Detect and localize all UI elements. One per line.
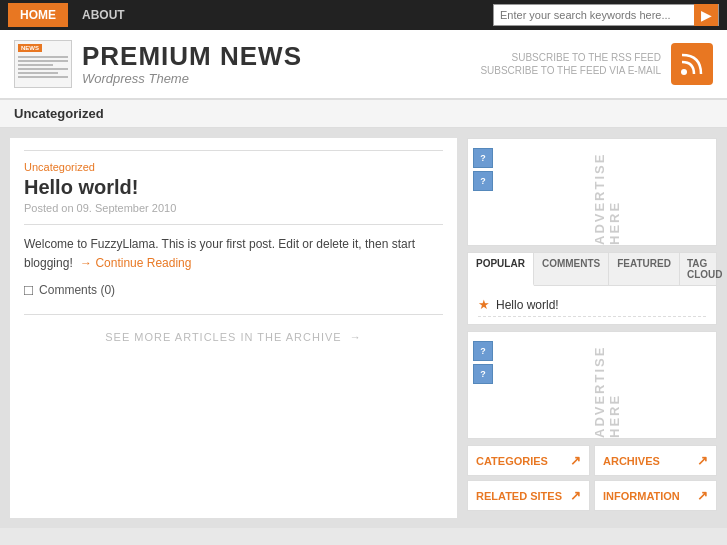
nav-about[interactable]: ABOUT bbox=[70, 3, 137, 27]
section-information: INFORMATION ↗ bbox=[594, 480, 717, 511]
logo-area: NEWS PREMIUM NEWS Wordpress Theme bbox=[14, 40, 302, 88]
main-layout: Uncategorized Hello world! Posted on 09.… bbox=[0, 128, 727, 528]
nav-home[interactable]: HOME bbox=[8, 3, 68, 27]
search-input[interactable] bbox=[494, 7, 694, 23]
archives-title[interactable]: ARCHIVES ↗ bbox=[603, 453, 708, 468]
ad-icon-1: ? bbox=[473, 148, 493, 168]
ad-icons-1: ? ? bbox=[468, 143, 498, 196]
comments-line: □ Comments (0) bbox=[24, 281, 443, 298]
sidebar-ad-1: ? ? ADVERTISE HERE bbox=[467, 138, 717, 246]
star-icon: ★ bbox=[478, 297, 490, 312]
header: NEWS PREMIUM NEWS Wordpress Theme SUBSCR… bbox=[0, 30, 727, 100]
related-title[interactable]: RELATED SITES ↗ bbox=[476, 488, 581, 503]
tab-headers: POPULAR COMMENTS FEATURED TAG CLOUD bbox=[468, 253, 716, 286]
logo-subtitle: Wordpress Theme bbox=[82, 71, 302, 86]
sidebar: ? ? ADVERTISE HERE POPULAR COMMENTS FEAT… bbox=[467, 138, 717, 518]
article-divider bbox=[24, 224, 443, 225]
continue-reading-link[interactable]: → Continue Reading bbox=[80, 256, 191, 270]
categories-title[interactable]: CATEGORIES ↗ bbox=[476, 453, 581, 468]
tab-popular[interactable]: POPULAR bbox=[468, 253, 534, 286]
ad-icon-2: ? bbox=[473, 171, 493, 191]
top-divider bbox=[24, 150, 443, 151]
tab-comments[interactable]: COMMENTS bbox=[534, 253, 609, 285]
ad-icon-4: ? bbox=[473, 364, 493, 384]
content-area: Uncategorized Hello world! Posted on 09.… bbox=[10, 138, 457, 518]
article-title: Hello world! bbox=[24, 176, 443, 199]
ad-text-2: ADVERTISE HERE bbox=[592, 332, 622, 438]
article-meta: Posted on 09. September 2010 bbox=[24, 202, 443, 214]
sidebar-ad-2: ? ? ADVERTISE HERE bbox=[467, 331, 717, 439]
archive-arrow: → bbox=[350, 331, 362, 343]
search-button[interactable]: ▶ bbox=[694, 4, 718, 26]
search-form: ▶ bbox=[493, 4, 719, 26]
archives-arrow: ↗ bbox=[697, 453, 708, 468]
tab-content: ★ Hello world! bbox=[468, 286, 716, 324]
comments-link[interactable]: Comments (0) bbox=[39, 283, 115, 297]
comment-icon: □ bbox=[24, 281, 33, 298]
logo-title: PREMIUM NEWS bbox=[82, 42, 302, 71]
section-related: RELATED SITES ↗ bbox=[467, 480, 590, 511]
ad-text-area-1: ADVERTISE HERE bbox=[498, 139, 716, 245]
tab-tagcloud[interactable]: TAG CLOUD bbox=[680, 253, 727, 285]
tab-item: ★ Hello world! bbox=[478, 293, 706, 317]
ad-icons-2: ? ? bbox=[468, 336, 498, 389]
sidebar-tabs: POPULAR COMMENTS FEATURED TAG CLOUD ★ He… bbox=[467, 252, 717, 325]
breadcrumb-bar: Uncategorized bbox=[0, 100, 727, 128]
tab-item-text: Hello world! bbox=[496, 298, 559, 312]
nav-links: HOME ABOUT bbox=[8, 3, 137, 27]
rss-feed-link[interactable]: SUBSCRIBE TO THE RSS FEED bbox=[480, 52, 661, 63]
nav-bar: HOME ABOUT ▶ bbox=[0, 0, 727, 30]
section-categories: CATEGORIES ↗ bbox=[467, 445, 590, 476]
header-right: SUBSCRIBE TO THE RSS FEED SUBSCRIBE TO T… bbox=[480, 43, 713, 85]
logo-image: NEWS bbox=[14, 40, 72, 88]
bottom-divider bbox=[24, 314, 443, 315]
rss-links: SUBSCRIBE TO THE RSS FEED SUBSCRIBE TO T… bbox=[480, 52, 661, 76]
archive-link[interactable]: SEE MORE ARTICLES IN THE ARCHIVE → bbox=[105, 331, 361, 343]
svg-point-0 bbox=[681, 69, 687, 75]
information-arrow: ↗ bbox=[697, 488, 708, 503]
bottom-grid: CATEGORIES ↗ ARCHIVES ↗ RELATED SITES ↗ … bbox=[467, 445, 717, 511]
related-arrow: ↗ bbox=[570, 488, 581, 503]
section-archives: ARCHIVES ↗ bbox=[594, 445, 717, 476]
ad-text-area-2: ADVERTISE HERE bbox=[498, 332, 716, 438]
archive-link-area: SEE MORE ARTICLES IN THE ARCHIVE → bbox=[24, 323, 443, 350]
article-category[interactable]: Uncategorized bbox=[24, 161, 443, 173]
information-title[interactable]: INFORMATION ↗ bbox=[603, 488, 708, 503]
ad-icon-3: ? bbox=[473, 341, 493, 361]
logo-text: PREMIUM NEWS Wordpress Theme bbox=[82, 42, 302, 86]
rss-email-link[interactable]: SUBSCRIBE TO THE FEED VIA E-MAIL bbox=[480, 65, 661, 76]
tab-featured[interactable]: FEATURED bbox=[609, 253, 680, 285]
rss-icon bbox=[671, 43, 713, 85]
breadcrumb: Uncategorized bbox=[14, 106, 104, 121]
categories-arrow: ↗ bbox=[570, 453, 581, 468]
article-body: Welcome to FuzzyLlama. This is your firs… bbox=[24, 235, 443, 273]
ad-text-1: ADVERTISE HERE bbox=[592, 139, 622, 245]
